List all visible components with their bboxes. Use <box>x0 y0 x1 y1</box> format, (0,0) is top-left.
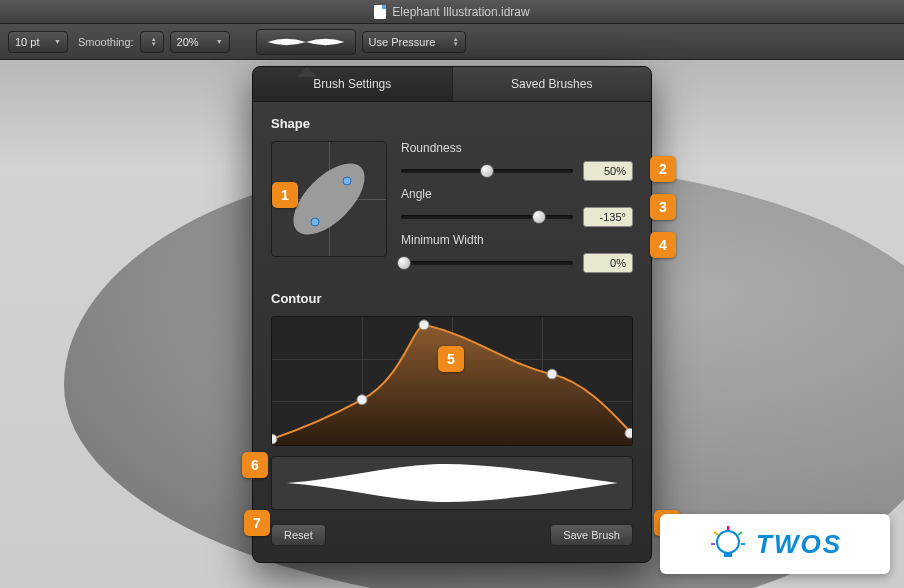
roundness-label: Roundness <box>401 141 633 155</box>
document-icon <box>374 5 386 19</box>
shape-handle[interactable] <box>343 176 352 185</box>
svg-point-1 <box>357 395 367 405</box>
lightbulb-icon <box>708 524 748 564</box>
smoothing-value-dropdown[interactable]: 20% ▼ <box>170 31 230 53</box>
annotation-marker-1: 1 <box>272 182 298 208</box>
contour-graph[interactable] <box>271 316 633 446</box>
smoothing-value: 20% <box>177 36 199 48</box>
save-brush-button[interactable]: Save Brush <box>550 524 633 546</box>
brush-stroke-preview <box>271 456 633 510</box>
roundness-slider[interactable] <box>401 169 573 173</box>
annotation-marker-2: 2 <box>650 156 676 182</box>
minimum-width-value[interactable]: 0% <box>583 253 633 273</box>
stepper-arrows-icon: ▲▼ <box>151 37 157 47</box>
toolbar: 10 pt ▼ Smoothing: ▲▼ 20% ▼ Use Pressure… <box>0 24 904 60</box>
angle-slider[interactable] <box>401 215 573 219</box>
twos-watermark: TWOS <box>660 514 890 574</box>
svg-line-8 <box>738 532 742 535</box>
pressure-label: Use Pressure <box>369 36 436 48</box>
svg-point-2 <box>419 320 429 330</box>
reset-button[interactable]: Reset <box>271 524 326 546</box>
stroke-width-value: 10 pt <box>15 36 39 48</box>
stroke-width-dropdown[interactable]: 10 pt ▼ <box>8 31 68 53</box>
shape-handle[interactable] <box>311 217 320 226</box>
svg-point-5 <box>717 531 739 553</box>
contour-curve <box>272 317 632 445</box>
tab-saved-brushes[interactable]: Saved Brushes <box>453 67 652 102</box>
annotation-marker-5: 5 <box>438 346 464 372</box>
chevron-down-icon: ▼ <box>54 38 61 45</box>
tab-brush-settings[interactable]: Brush Settings <box>253 67 453 102</box>
minimum-width-label: Minimum Width <box>401 233 633 247</box>
angle-value[interactable]: -135° <box>583 207 633 227</box>
svg-point-3 <box>547 369 557 379</box>
stepper-arrows-icon: ▲▼ <box>453 37 459 47</box>
annotation-marker-6: 6 <box>242 452 268 478</box>
smoothing-stepper[interactable]: ▲▼ <box>140 31 164 53</box>
smoothing-label: Smoothing: <box>78 36 134 48</box>
shape-section-title: Shape <box>271 116 633 131</box>
popover-tabs: Brush Settings Saved Brushes <box>253 67 651 102</box>
window-titlebar: Elephant Illustration.idraw <box>0 0 904 24</box>
stroke-shape-icon <box>283 461 621 505</box>
brush-glyph-icon <box>266 33 346 51</box>
roundness-value[interactable]: 50% <box>583 161 633 181</box>
svg-line-7 <box>714 532 718 535</box>
chevron-down-icon: ▼ <box>216 38 223 45</box>
document-title: Elephant Illustration.idraw <box>392 5 529 19</box>
watermark-text: TWOS <box>756 529 842 560</box>
svg-point-4 <box>625 428 632 438</box>
annotation-marker-3: 3 <box>650 194 676 220</box>
annotation-marker-4: 4 <box>650 232 676 258</box>
minimum-width-slider[interactable] <box>401 261 573 265</box>
brush-preset-button[interactable] <box>256 29 356 55</box>
brush-settings-popover: Brush Settings Saved Brushes Shape Round… <box>252 66 652 563</box>
contour-section-title: Contour <box>271 291 633 306</box>
pressure-dropdown[interactable]: Use Pressure ▲▼ <box>362 31 466 53</box>
annotation-marker-7: 7 <box>244 510 270 536</box>
angle-label: Angle <box>401 187 633 201</box>
